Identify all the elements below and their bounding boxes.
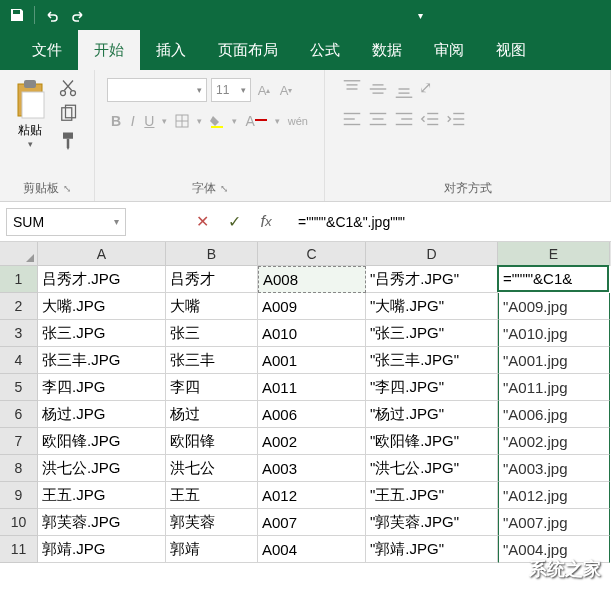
cell[interactable]: "郭靖.JPG"	[366, 536, 498, 563]
font-size-select[interactable]: 11▾	[211, 78, 251, 102]
cell[interactable]: 张三	[166, 320, 258, 347]
col-header-B[interactable]: B	[166, 242, 258, 266]
cell[interactable]: A011	[258, 374, 366, 401]
cell[interactable]: 洪七公	[166, 455, 258, 482]
align-middle-icon[interactable]	[367, 78, 389, 100]
cell[interactable]: A010	[258, 320, 366, 347]
cell[interactable]: 欧阳锋.JPG	[38, 428, 166, 455]
tab-file[interactable]: 文件	[16, 30, 78, 70]
cell[interactable]: "A011.jpg	[498, 374, 610, 401]
tab-review[interactable]: 审阅	[418, 30, 480, 70]
col-header-D[interactable]: D	[366, 242, 498, 266]
tab-page-layout[interactable]: 页面布局	[202, 30, 294, 70]
dialog-launcher-icon[interactable]: ⤡	[63, 183, 71, 194]
cell[interactable]: 大嘴	[166, 293, 258, 320]
cell[interactable]: 吕秀才	[166, 266, 258, 293]
row-header[interactable]: 6	[0, 401, 38, 428]
cell[interactable]: 郭靖	[166, 536, 258, 563]
align-right-icon[interactable]	[393, 108, 415, 130]
copy-icon[interactable]	[58, 104, 78, 124]
cell[interactable]: "A012.jpg	[498, 482, 610, 509]
row-header[interactable]: 11	[0, 536, 38, 563]
cell[interactable]: "大嘴.JPG"	[366, 293, 498, 320]
cell[interactable]: 王五.JPG	[38, 482, 166, 509]
qat-dropdown-icon[interactable]: ▾	[418, 10, 423, 21]
cell[interactable]: 大嘴.JPG	[38, 293, 166, 320]
cell[interactable]: "A010.jpg	[498, 320, 610, 347]
cell[interactable]: "张三丰.JPG"	[366, 347, 498, 374]
col-header-C[interactable]: C	[258, 242, 366, 266]
row-header[interactable]: 10	[0, 509, 38, 536]
fx-button[interactable]: fx	[250, 208, 282, 236]
cell[interactable]: 张三丰	[166, 347, 258, 374]
format-painter-icon[interactable]	[58, 130, 78, 150]
cell[interactable]: A002	[258, 428, 366, 455]
cell[interactable]: A009	[258, 293, 366, 320]
cell[interactable]: A006	[258, 401, 366, 428]
row-header[interactable]: 8	[0, 455, 38, 482]
tab-data[interactable]: 数据	[356, 30, 418, 70]
col-header-E[interactable]: E	[498, 242, 610, 266]
tab-insert[interactable]: 插入	[140, 30, 202, 70]
bold-button[interactable]: B	[111, 110, 121, 132]
row-header[interactable]: 5	[0, 374, 38, 401]
cell[interactable]: 欧阳锋	[166, 428, 258, 455]
cell[interactable]: 郭芙蓉	[166, 509, 258, 536]
cell[interactable]: "A003.jpg	[498, 455, 610, 482]
border-button[interactable]	[175, 110, 189, 132]
cell[interactable]: "杨过.JPG"	[366, 401, 498, 428]
cell[interactable]: "郭芙蓉.JPG"	[366, 509, 498, 536]
cell[interactable]: 洪七公.JPG	[38, 455, 166, 482]
cell[interactable]: 郭芙蓉.JPG	[38, 509, 166, 536]
cell[interactable]: A008	[258, 266, 366, 293]
cell[interactable]: "李四.JPG"	[366, 374, 498, 401]
row-header[interactable]: 7	[0, 428, 38, 455]
increase-font-icon[interactable]: A▴	[255, 81, 273, 99]
font-color-button[interactable]: A	[245, 110, 266, 132]
decrease-indent-icon[interactable]	[419, 108, 441, 130]
cell[interactable]: "A004.jpg	[498, 536, 610, 563]
cell[interactable]: "欧阳锋.JPG"	[366, 428, 498, 455]
cell[interactable]: "王五.JPG"	[366, 482, 498, 509]
cell[interactable]: A004	[258, 536, 366, 563]
fill-color-button[interactable]	[210, 110, 224, 132]
row-header[interactable]: 9	[0, 482, 38, 509]
cell[interactable]: A001	[258, 347, 366, 374]
row-header[interactable]: 1	[0, 266, 38, 293]
undo-icon[interactable]	[43, 6, 61, 24]
tab-view[interactable]: 视图	[480, 30, 542, 70]
dialog-launcher-icon[interactable]: ⤡	[220, 183, 228, 194]
align-top-icon[interactable]	[341, 78, 363, 100]
decrease-font-icon[interactable]: A▾	[277, 81, 295, 99]
ruby-button[interactable]: wén	[288, 110, 308, 132]
underline-button[interactable]: U	[144, 110, 154, 132]
cell[interactable]: 郭靖.JPG	[38, 536, 166, 563]
confirm-button[interactable]: ✓	[218, 208, 250, 236]
save-icon[interactable]	[8, 6, 26, 24]
cell[interactable]: A007	[258, 509, 366, 536]
cell[interactable]: 吕秀才.JPG	[38, 266, 166, 293]
cell[interactable]: A012	[258, 482, 366, 509]
cell[interactable]: "吕秀才.JPG"	[366, 266, 498, 293]
col-header-A[interactable]: A	[38, 242, 166, 266]
cell[interactable]: "A009.jpg	[498, 293, 610, 320]
cut-icon[interactable]	[58, 78, 78, 98]
cell[interactable]: =""""&C1&	[497, 265, 609, 292]
increase-indent-icon[interactable]	[445, 108, 467, 130]
select-all-corner[interactable]	[0, 242, 38, 266]
redo-icon[interactable]	[69, 6, 87, 24]
cell[interactable]: 张三丰.JPG	[38, 347, 166, 374]
orientation-icon[interactable]: ⤢	[419, 78, 441, 100]
cell[interactable]: "A002.jpg	[498, 428, 610, 455]
align-left-icon[interactable]	[341, 108, 363, 130]
cell[interactable]: 张三.JPG	[38, 320, 166, 347]
cell[interactable]: "A007.jpg	[498, 509, 610, 536]
cancel-button[interactable]: ✕	[186, 208, 218, 236]
tab-formulas[interactable]: 公式	[294, 30, 356, 70]
cell[interactable]: "张三.JPG"	[366, 320, 498, 347]
row-header[interactable]: 2	[0, 293, 38, 320]
paste-button[interactable]: 粘贴 ▾	[8, 74, 52, 176]
row-header[interactable]: 3	[0, 320, 38, 347]
cell[interactable]: 杨过	[166, 401, 258, 428]
cell[interactable]: "A001.jpg	[498, 347, 610, 374]
